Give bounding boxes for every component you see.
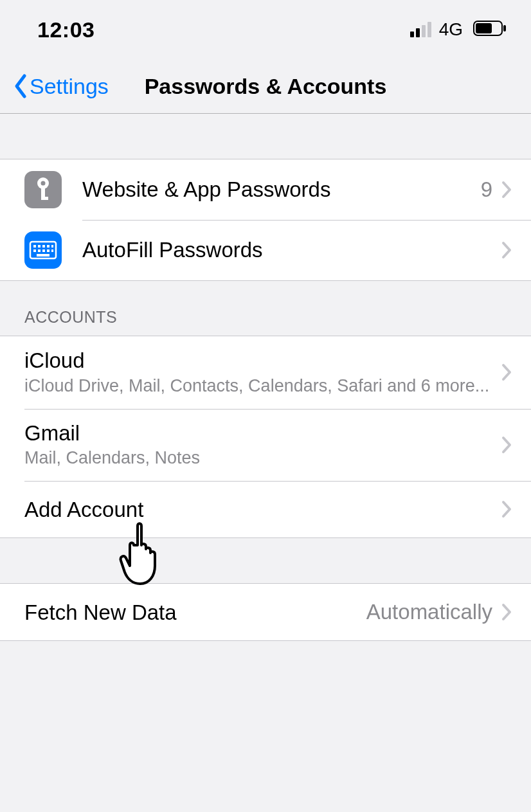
row-title: Website & App Passwords [82,177,481,203]
back-button[interactable]: Settings [13,73,109,99]
fetch-group: Fetch New Data Automatically [0,583,531,641]
svg-rect-6 [41,197,48,200]
row-title: Fetch New Data [24,600,366,626]
row-title: Add Account [24,497,501,523]
chevron-left-icon [13,73,28,99]
accounts-header: ACCOUNTS [0,281,531,336]
back-label: Settings [30,74,109,99]
status-bar: 12:03 4G [0,0,531,59]
password-count: 9 [481,177,492,202]
fetch-value: Automatically [366,600,492,624]
svg-rect-13 [33,249,36,252]
keyboard-icon [24,231,62,269]
cellular-signal-icon [410,22,431,37]
svg-rect-12 [51,245,53,248]
autofill-passwords-row[interactable]: AutoFill Passwords [0,220,531,280]
svg-rect-10 [42,245,45,248]
svg-rect-1 [503,25,506,32]
svg-rect-9 [38,245,40,248]
battery-icon [473,21,507,39]
chevron-right-icon [501,603,512,621]
status-indicators: 4G [410,19,507,40]
row-title: iCloud [24,348,501,374]
svg-rect-16 [47,249,50,252]
chevron-right-icon [501,436,512,454]
chevron-right-icon [501,181,512,199]
website-app-passwords-row[interactable]: Website & App Passwords 9 [0,159,531,220]
add-account-row[interactable]: Add Account [0,481,531,537]
row-subtitle: Mail, Calendars, Notes [24,447,501,469]
fetch-new-data-row[interactable]: Fetch New Data Automatically [0,584,531,640]
row-subtitle: iCloud Drive, Mail, Contacts, Calendars,… [24,375,501,397]
svg-point-4 [41,181,46,186]
chevron-right-icon [501,241,512,259]
row-title: AutoFill Passwords [82,237,501,263]
svg-rect-2 [476,23,492,33]
chevron-right-icon [501,363,512,381]
svg-rect-14 [38,249,40,252]
spacer [0,114,531,159]
network-type: 4G [439,19,463,40]
row-title: Gmail [24,420,501,446]
svg-rect-11 [47,245,50,248]
passwords-group: Website & App Passwords 9 AutoFill Passw… [0,159,531,281]
key-icon [24,171,62,208]
svg-rect-15 [42,249,45,252]
page-title: Passwords & Accounts [145,74,387,99]
svg-rect-8 [33,245,36,248]
account-row-icloud[interactable]: iCloud iCloud Drive, Mail, Contacts, Cal… [0,336,531,409]
svg-rect-17 [51,249,53,252]
chevron-right-icon [501,500,512,518]
accounts-group: iCloud iCloud Drive, Mail, Contacts, Cal… [0,336,531,538]
nav-bar: Settings Passwords & Accounts [0,59,531,114]
status-time: 12:03 [37,17,94,42]
svg-rect-18 [37,254,50,257]
spacer [0,538,531,583]
account-row-gmail[interactable]: Gmail Mail, Calendars, Notes [0,409,531,482]
